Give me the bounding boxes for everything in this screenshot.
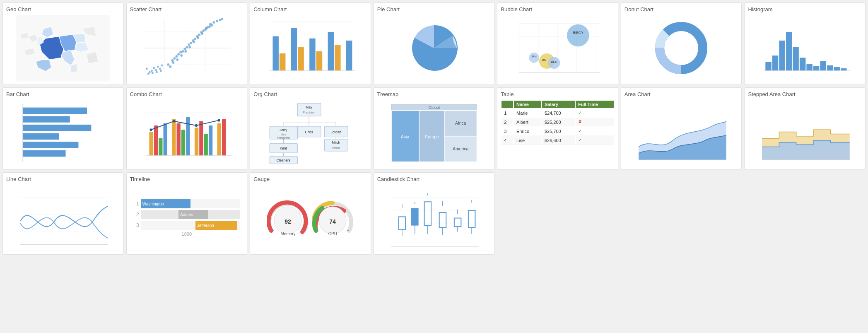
svg-text:President: President (303, 111, 316, 114)
line-chart-card: Line Chart (2, 172, 124, 255)
svg-rect-124 (163, 123, 167, 155)
svg-rect-132 (208, 125, 212, 155)
svg-point-29 (169, 65, 171, 68)
svg-point-38 (205, 27, 207, 29)
svg-rect-106 (834, 67, 840, 70)
candlestick-title: Candlestick Chart (377, 176, 491, 182)
line-chart-svg (6, 185, 120, 251)
stepped-area-svg (748, 100, 862, 166)
candlestick-card: Candlestick Chart (374, 172, 495, 255)
stepped-area-area (748, 100, 862, 166)
svg-point-47 (152, 67, 154, 69)
svg-text:US: US (542, 58, 546, 62)
timeline-year: 1800 (133, 232, 241, 236)
table-area: Name Salary Full Time 1 Marie $24,700 ✓ … (501, 100, 615, 166)
svg-point-52 (147, 73, 149, 75)
svg-rect-107 (841, 68, 846, 70)
svg-rect-100 (793, 47, 799, 70)
treemap-area: Global Asia Europe Africa America (377, 100, 491, 166)
svg-point-49 (157, 66, 159, 68)
table-title: Table (501, 91, 615, 97)
svg-point-33 (184, 50, 187, 53)
svg-point-50 (159, 68, 161, 70)
area-chart-card: Area Chart (621, 87, 742, 170)
data-table: Name Salary Full Time 1 Marie $24,700 ✓ … (501, 100, 615, 145)
svg-rect-96 (766, 62, 772, 71)
svg-text:92: 92 (285, 218, 292, 225)
svg-point-137 (195, 124, 197, 127)
donut-chart-area (624, 15, 738, 81)
timeline-row-1: 1 Washington (133, 199, 241, 208)
column-chart-card: Column Chart (250, 2, 371, 85)
svg-rect-181 (16, 185, 110, 251)
svg-point-31 (176, 58, 178, 61)
svg-point-44 (145, 68, 147, 70)
memory-label: Memory (280, 232, 295, 236)
svg-point-10 (173, 57, 176, 60)
svg-point-46 (150, 70, 152, 72)
pie-chart-card: Pie Chart (374, 2, 495, 85)
svg-rect-101 (800, 58, 805, 70)
svg-rect-128 (186, 117, 190, 155)
svg-text:Intern: Intern (332, 146, 340, 150)
combo-chart-svg (130, 100, 244, 166)
svg-rect-123 (159, 138, 162, 155)
svg-rect-65 (298, 47, 304, 70)
svg-text:Mitch: Mitch (332, 141, 340, 145)
svg-rect-131 (204, 134, 207, 156)
bar-chart-card: Bar Chart (2, 87, 124, 170)
svg-text:Europe: Europe (425, 135, 439, 139)
memory-gauge: 92 Memory (267, 200, 309, 236)
svg-point-8 (167, 63, 169, 66)
combo-chart-card: Combo Chart (126, 87, 248, 170)
svg-point-55 (159, 70, 162, 72)
svg-rect-62 (273, 36, 279, 71)
donut-chart-svg (654, 21, 708, 75)
svg-rect-67 (316, 51, 322, 70)
svg-text:DEU: DEU (551, 60, 557, 64)
svg-point-35 (193, 41, 195, 43)
histogram-card: Histogram (744, 2, 866, 85)
table-row: 2 Albert $25,200 ✗ (502, 118, 614, 126)
svg-rect-99 (786, 32, 792, 70)
histogram-svg (748, 15, 862, 81)
timeline-row-2: 2 Adams (133, 210, 241, 219)
svg-text:President: President (277, 136, 290, 140)
svg-rect-103 (813, 66, 819, 70)
svg-rect-133 (217, 123, 221, 155)
bar-chart-svg (6, 100, 120, 166)
svg-point-34 (188, 46, 191, 48)
bubble-chart-svg: RIEGY US DEU IRN (501, 15, 615, 81)
combo-chart-title: Combo Chart (130, 91, 244, 97)
svg-rect-129 (194, 128, 198, 155)
svg-rect-194 (387, 185, 481, 251)
geo-chart-title: Geo Chart (6, 6, 120, 12)
svg-rect-127 (181, 130, 185, 155)
svg-rect-204 (411, 208, 418, 225)
pie-chart-area (377, 15, 491, 81)
charts-grid: Geo Chart (0, 0, 868, 257)
svg-point-30 (172, 61, 174, 64)
stepped-area-title: Stepped Area Chart (748, 91, 862, 97)
col-num (502, 101, 513, 108)
table-row: 4 Lise $26,600 ✓ (502, 136, 614, 145)
column-chart-title: Column Chart (253, 6, 367, 12)
svg-point-138 (217, 119, 220, 121)
org-chart-svg: May President Jerry Vice President Chris (253, 100, 367, 166)
svg-text:Chris: Chris (305, 130, 313, 134)
svg-point-32 (180, 54, 183, 57)
donut-chart-card: Donut Chart (621, 2, 742, 85)
svg-point-18 (190, 42, 192, 44)
bubble-chart-title: Bubble Chart (501, 6, 615, 12)
gauge-title: Gauge (253, 176, 367, 182)
gauge-container: 92 Memory (253, 200, 367, 236)
bar-chart-area (6, 100, 120, 166)
svg-rect-114 (23, 142, 78, 148)
svg-text:Jerry: Jerry (280, 128, 287, 132)
svg-point-93 (669, 36, 694, 60)
svg-rect-110 (23, 108, 87, 114)
svg-point-14 (181, 50, 184, 53)
svg-point-135 (149, 128, 152, 131)
svg-point-40 (212, 21, 215, 24)
svg-rect-97 (772, 56, 778, 70)
